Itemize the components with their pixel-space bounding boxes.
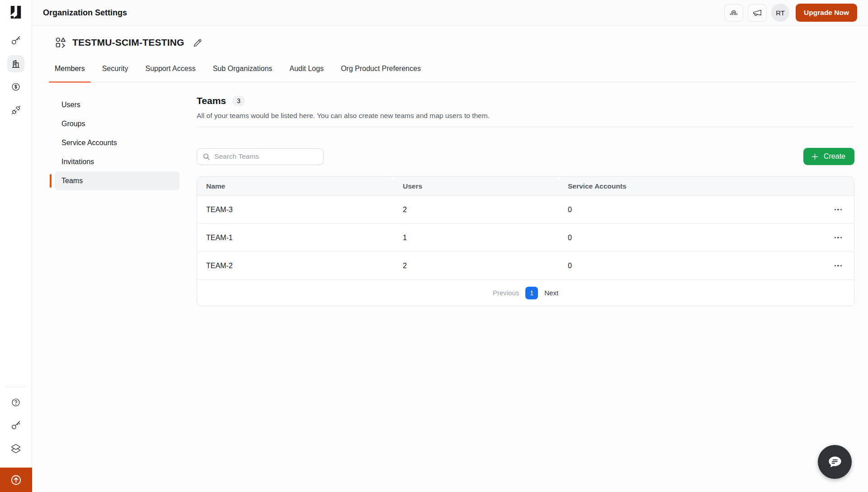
members-subnav: Users Groups Service Accounts Invitation… [55,95,179,306]
layers-icon [11,444,21,454]
org-tabs: Members Security Support Access Sub Orga… [49,58,854,82]
tab-security[interactable]: Security [96,58,134,82]
sidebar-item-integrations[interactable] [7,101,24,118]
upgrade-arrow-icon [10,474,22,486]
chat-widget-button[interactable] [818,445,852,479]
organization-building-icon [11,59,21,69]
team-users-cell: 1 [394,234,559,242]
column-header-name: Name [197,182,394,190]
team-users-cell: 2 [394,206,559,214]
row-menu-ellipsis-icon [835,265,836,267]
row-menu-button[interactable] [831,260,846,271]
row-menu-ellipsis-icon [835,237,836,239]
key-icon [11,36,21,46]
team-service-accounts-cell: 0 [559,234,822,242]
brand-logo[interactable] [9,5,23,19]
sidebar-nav [7,32,24,118]
subnav-item-service-accounts[interactable]: Service Accounts [55,133,179,152]
members-body: Users Groups Service Accounts Invitation… [32,82,868,306]
search-teams-input[interactable] [214,152,318,161]
table-row[interactable]: TEAM-1 1 0 [197,224,854,252]
tab-audit-logs[interactable]: Audit Logs [283,58,330,82]
teams-heading: Teams [197,95,226,106]
teams-count-badge: 3 [232,96,245,106]
table-row[interactable]: TEAM-3 2 0 [197,196,854,224]
page-title: Organization Settings [43,8,127,18]
row-menu-button[interactable] [831,232,846,243]
search-teams-box [197,148,324,165]
subnav-item-invitations[interactable]: Invitations [55,152,179,171]
row-menu-button[interactable] [831,204,846,215]
integrations-plug-icon [11,105,21,115]
table-row[interactable]: TEAM-2 2 0 [197,252,854,280]
tab-org-product-preferences[interactable]: Org Product Preferences [335,58,427,82]
help-circle-icon [11,397,21,407]
team-name-cell: TEAM-3 [197,206,394,214]
org-header: TESTMU-SCIM-TESTING [32,26,868,48]
logo-mark-icon [9,5,23,19]
column-header-users: Users [394,182,559,190]
tab-members[interactable]: Members [49,58,91,82]
pagination-next-button[interactable]: Next [544,289,558,297]
edit-org-name-button[interactable] [193,38,203,47]
pagination-previous-button[interactable]: Previous [493,289,519,297]
subnav-item-users[interactable]: Users [55,95,179,114]
waves-icon [729,8,739,18]
topbar-actions: RT Upgrade Now [724,4,857,22]
search-icon [203,152,210,161]
column-header-service-accounts: Service Accounts [559,182,822,190]
sidebar-bottom-group [0,387,32,492]
edit-pencil-icon [193,38,203,47]
pagination-page-1-button[interactable]: 1 [525,287,538,299]
tab-support-access[interactable]: Support Access [139,58,201,82]
activity-waves-button[interactable] [724,4,743,22]
sidebar-item-help[interactable] [7,394,24,411]
team-service-accounts-cell: 0 [559,206,822,214]
create-team-label: Create [824,152,845,161]
access-key-icon [11,421,21,430]
shapes-icon [55,37,66,48]
team-name-cell: TEAM-1 [197,234,394,242]
sidebar-item-access-keys[interactable] [7,417,24,434]
app-sidebar [0,0,32,492]
column-resize-notch [393,177,394,180]
user-avatar[interactable]: RT [771,4,789,22]
table-header-row: Name Users Service Accounts [197,177,854,196]
chat-bubble-icon [826,453,844,472]
subnav-item-teams[interactable]: Teams [55,171,179,190]
sidebar-item-keys[interactable] [7,32,24,49]
team-service-accounts-cell: 0 [559,262,822,270]
megaphone-icon [752,8,762,18]
teams-table: Name Users Service Accounts TEAM-3 2 0 T… [197,176,854,306]
subnav-item-groups[interactable]: Groups [55,114,179,133]
teams-toolbar: Create [197,148,854,165]
teams-panel: Teams 3 All of your teams would be liste… [197,95,854,306]
sidebar-item-billing[interactable] [7,78,24,95]
plus-icon [811,152,819,161]
upgrade-now-button[interactable]: Upgrade Now [796,4,857,22]
sidebar-item-organization[interactable] [7,55,24,72]
teams-description: All of your teams would be listed here. … [197,112,854,120]
table-pagination: Previous 1 Next [197,280,854,306]
billing-dollar-icon [11,82,21,92]
team-name-cell: TEAM-2 [197,262,394,270]
topbar: Organization Settings RT Upgrade Now [32,0,868,26]
team-users-cell: 2 [394,262,559,270]
sidebar-divider [6,387,26,387]
org-name: TESTMU-SCIM-TESTING [72,37,184,48]
sidebar-item-environments[interactable] [7,440,24,457]
content-area: TESTMU-SCIM-TESTING Members Security Sup… [32,26,868,492]
teams-heading-row: Teams 3 [197,95,854,106]
tab-sub-organizations[interactable]: Sub Organizations [207,58,278,82]
row-menu-ellipsis-icon [835,209,836,211]
column-resize-notch [558,177,559,180]
section-divider [197,127,854,127]
sidebar-upgrade-button[interactable] [0,468,32,492]
announcements-button[interactable] [748,4,767,22]
avatar-initials: RT [776,9,785,17]
create-team-button[interactable]: Create [803,148,854,165]
